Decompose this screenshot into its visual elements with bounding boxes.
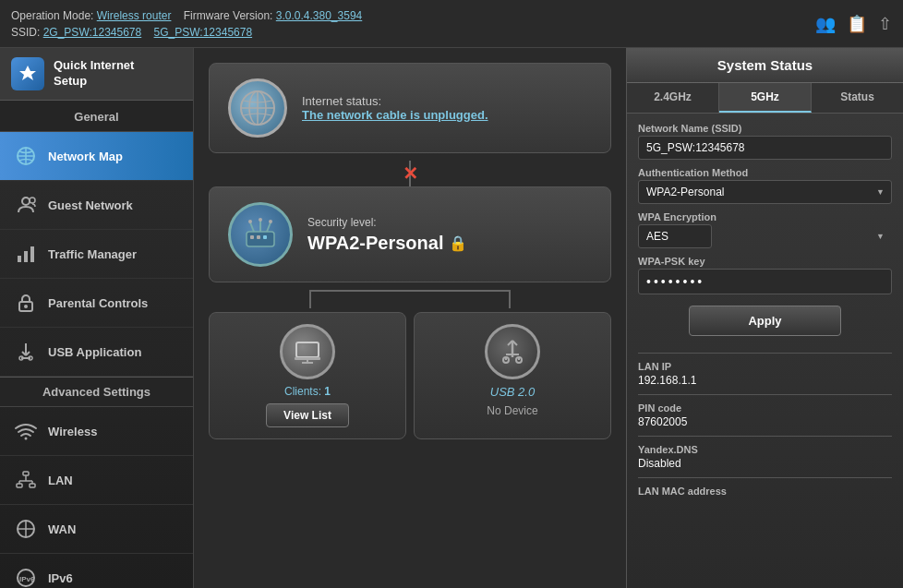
pin-code-row: PIN code 87602005	[627, 399, 903, 432]
traffic-manager-icon	[13, 241, 39, 267]
user-icon[interactable]: 👥	[815, 14, 836, 34]
quick-internet-setup[interactable]: Quick InternetSetup	[0, 48, 193, 101]
globe-icon	[228, 78, 287, 138]
operation-mode-value[interactable]: Wireless router	[97, 9, 172, 22]
system-status-title: System Status	[627, 48, 903, 83]
wpa-psk-input[interactable]	[638, 269, 892, 294]
svg-rect-34	[263, 235, 267, 239]
wpa-enc-label: WPA Encryption	[638, 211, 892, 222]
h-connector-line	[309, 290, 511, 292]
wan-icon	[13, 516, 39, 542]
pin-code-value: 87602005	[638, 415, 892, 428]
sidebar-item-wireless[interactable]: Wireless	[0, 407, 193, 456]
sidebar-item-traffic-manager-label: Traffic Manager	[48, 247, 137, 261]
clients-box: Clients: 1 View List	[209, 312, 406, 439]
svg-point-4	[30, 198, 35, 203]
internet-status-prefix: Internet status:	[302, 94, 381, 108]
svg-rect-7	[30, 246, 34, 262]
lan-mac-row: LAN MAC address	[627, 482, 903, 502]
auth-method-label: Authentication Method	[638, 167, 892, 178]
auth-method-select-wrapper: WPA2-Personal WPA-Personal Open WPA2-Ent…	[638, 180, 892, 204]
firmware-label: Firmware Version:	[184, 9, 273, 22]
yandex-dns-label: Yandex.DNS	[638, 444, 892, 455]
share-icon[interactable]: ⇧	[878, 14, 892, 34]
svg-line-35	[250, 222, 254, 232]
sidebar-item-parental-controls[interactable]: Parental Controls	[0, 279, 193, 328]
svg-rect-31	[247, 232, 274, 246]
svg-rect-42	[295, 357, 320, 360]
network-name-input[interactable]	[638, 136, 892, 160]
usb-icon	[485, 324, 540, 379]
bottom-connector	[209, 290, 611, 308]
ssid-5g[interactable]: 5G_PSW:12345678	[154, 26, 253, 39]
pin-code-label: PIN code	[638, 402, 892, 414]
wpa-enc-select[interactable]: AES TKIP TKIP+AES	[638, 224, 712, 248]
wpa-enc-field: WPA Encryption AES TKIP TKIP+AES	[638, 211, 892, 248]
svg-point-38	[248, 220, 252, 223]
parental-controls-icon	[13, 290, 39, 316]
yandex-dns-value: Disabled	[638, 457, 892, 470]
firmware-value[interactable]: 3.0.0.4.380_3594	[276, 9, 362, 22]
topbar: Operation Mode: Wireless router Firmware…	[0, 0, 903, 48]
tab-status[interactable]: Status	[812, 83, 903, 113]
sidebar-item-ipv6[interactable]: IPv6 IPv6	[0, 554, 193, 588]
svg-rect-6	[24, 251, 28, 262]
system-status-panel: System Status 2.4GHz 5GHz Status Network…	[626, 48, 903, 588]
usb-box: USB 2.0 No Device	[414, 312, 611, 439]
router-icon	[228, 202, 293, 267]
sidebar-item-lan[interactable]: LAN	[0, 456, 193, 505]
security-info: Security level: WPA2-Personal 🔒	[307, 216, 467, 254]
ssid-label: SSID:	[11, 26, 40, 39]
ssid-2g[interactable]: 2G_PSW:12345678	[43, 26, 142, 39]
svg-text:IPv6: IPv6	[19, 575, 35, 583]
status-divider-4	[638, 477, 892, 478]
svg-rect-33	[257, 235, 260, 239]
tab-5ghz[interactable]: 5GHz	[719, 83, 812, 113]
view-list-button[interactable]: View List	[266, 403, 349, 427]
sidebar-item-parental-controls-label: Parental Controls	[48, 296, 148, 310]
sidebar-item-wireless-label: Wireless	[48, 425, 97, 438]
network-name-label: Network Name (SSID)	[638, 123, 892, 134]
lan-ip-label: LAN IP	[638, 361, 892, 372]
svg-line-37	[267, 222, 271, 232]
apply-button[interactable]: Apply	[689, 306, 841, 336]
lock-icon: 🔒	[449, 234, 467, 252]
security-name-text: WPA2-Personal	[307, 233, 443, 254]
sidebar: Quick InternetSetup General Network Map …	[0, 48, 194, 588]
wpa-psk-label: WPA-PSK key	[638, 256, 892, 267]
copy-icon[interactable]: 📋	[847, 14, 867, 34]
status-divider-2	[638, 394, 892, 395]
tab-2.4ghz[interactable]: 2.4GHz	[627, 83, 719, 113]
yandex-dns-row: Yandex.DNS Disabled	[627, 440, 903, 474]
lan-ip-row: LAN IP 192.168.1.1	[627, 357, 903, 390]
general-section-header: General	[0, 101, 193, 132]
internet-box: Internet status: The network cable is un…	[209, 63, 611, 153]
wpa-psk-field: WPA-PSK key	[638, 256, 892, 294]
svg-point-9	[24, 305, 28, 308]
internet-status-link[interactable]: The network cable is unplugged.	[302, 108, 488, 122]
connector-x-mark: ✕	[403, 162, 418, 185]
bottom-row: Clients: 1 View List	[209, 312, 611, 439]
topbar-icons: 👥 📋 ⇧	[815, 14, 892, 34]
network-map-area: Internet status: The network cable is un…	[194, 48, 626, 588]
sidebar-item-wan[interactable]: WAN	[0, 505, 193, 554]
internet-status-text: Internet status: The network cable is un…	[302, 94, 488, 122]
network-name-field: Network Name (SSID)	[638, 123, 892, 160]
ipv6-icon: IPv6	[13, 565, 39, 588]
status-divider-1	[638, 353, 892, 354]
v-connector-line-left	[309, 290, 311, 308]
auth-method-select[interactable]: WPA2-Personal WPA-Personal Open WPA2-Ent…	[638, 180, 892, 204]
sidebar-item-network-map[interactable]: Network Map	[0, 132, 193, 181]
sidebar-item-traffic-manager[interactable]: Traffic Manager	[0, 230, 193, 279]
status-divider-3	[638, 436, 892, 437]
network-map-icon	[13, 143, 39, 169]
wpa-enc-select-wrapper: AES TKIP TKIP+AES	[638, 224, 892, 248]
main: Quick InternetSetup General Network Map …	[0, 48, 903, 588]
auth-method-field: Authentication Method WPA2-Personal WPA-…	[638, 167, 892, 204]
content: Internet status: The network cable is un…	[194, 48, 903, 588]
clients-label-text: Clients:	[284, 385, 321, 398]
svg-rect-14	[17, 484, 22, 487]
sidebar-item-usb-application[interactable]: USB Application	[0, 328, 193, 377]
sidebar-item-guest-network[interactable]: Guest Network	[0, 181, 193, 230]
security-level-label: Security level:	[307, 216, 467, 229]
